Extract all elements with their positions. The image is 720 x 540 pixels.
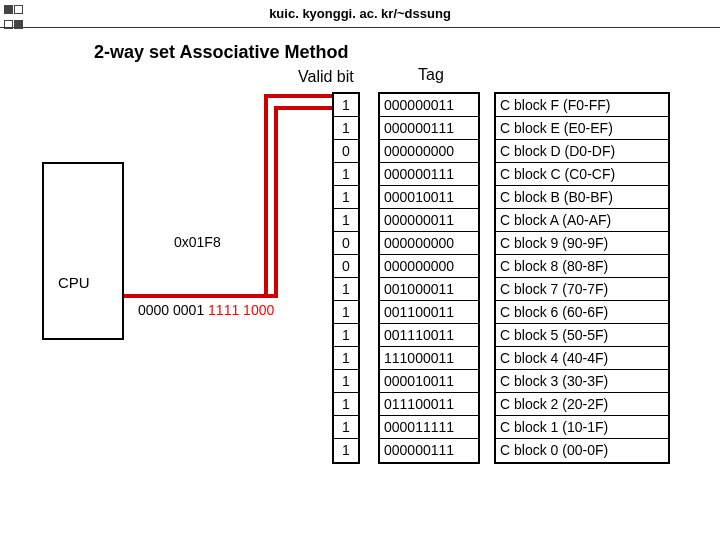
wire-segment: [124, 294, 278, 298]
valid-cell: 1: [334, 416, 358, 439]
wire-segment: [274, 106, 332, 110]
tag-column: 0000000110000001110000000000000001110000…: [378, 92, 480, 464]
block-cell: C block 4 (40-4F): [496, 347, 668, 370]
hex-address: 0x01F8: [174, 234, 221, 250]
tag-cell: 000000111: [380, 117, 478, 140]
tag-cell: 001000011: [380, 278, 478, 301]
tag-cell: 000010011: [380, 370, 478, 393]
block-cell: C block 9 (90-9F): [496, 232, 668, 255]
valid-cell: 0: [334, 255, 358, 278]
valid-cell: 1: [334, 209, 358, 232]
tag-cell: 001100011: [380, 301, 478, 324]
block-cell: C block 3 (30-3F): [496, 370, 668, 393]
bullet-decor: [4, 2, 24, 32]
slide-title: 2-way set Associative Method: [94, 42, 348, 63]
valid-cell: 1: [334, 393, 358, 416]
header-text: kuic. kyonggi. ac. kr/~dssung: [269, 6, 451, 21]
tag-cell: 000000111: [380, 439, 478, 462]
block-cell: C block 1 (10-1F): [496, 416, 668, 439]
tag-cell: 000010011: [380, 186, 478, 209]
validbit-label: Valid bit: [298, 68, 354, 86]
block-cell: C block C (C0-CF): [496, 163, 668, 186]
valid-cell: 1: [334, 439, 358, 462]
tag-cell: 000011111: [380, 416, 478, 439]
page-header: kuic. kyonggi. ac. kr/~dssung: [0, 0, 720, 28]
valid-cell: 1: [334, 278, 358, 301]
block-column: C block F (F0-FF)C block E (E0-EF)C bloc…: [494, 92, 670, 464]
valid-cell: 0: [334, 232, 358, 255]
block-cell: C block E (E0-EF): [496, 117, 668, 140]
valid-cell: 1: [334, 324, 358, 347]
tag-cell: 000000000: [380, 140, 478, 163]
block-cell: C block B (B0-BF): [496, 186, 668, 209]
bin-red: 1111 1000: [208, 302, 274, 318]
block-cell: C block 7 (70-7F): [496, 278, 668, 301]
block-cell: C block D (D0-DF): [496, 140, 668, 163]
block-cell: C block 2 (20-2F): [496, 393, 668, 416]
tag-cell: 011100011: [380, 393, 478, 416]
binary-address: 0000 0001 1111 1000: [138, 302, 274, 318]
tag-cell: 000000000: [380, 232, 478, 255]
valid-cell: 1: [334, 117, 358, 140]
valid-cell: 1: [334, 347, 358, 370]
valid-cell: 1: [334, 186, 358, 209]
cpu-box: [42, 162, 124, 340]
block-cell: C block 8 (80-8F): [496, 255, 668, 278]
valid-cell: 1: [334, 370, 358, 393]
block-cell: C block 0 (00-0F): [496, 439, 668, 462]
block-cell: C block F (F0-FF): [496, 94, 668, 117]
tag-cell: 000000111: [380, 163, 478, 186]
block-cell: C block 6 (60-6F): [496, 301, 668, 324]
tag-cell: 000000011: [380, 209, 478, 232]
tag-label: Tag: [418, 66, 444, 84]
block-cell: C block A (A0-AF): [496, 209, 668, 232]
valid-bit-column: 1101110011111111: [332, 92, 360, 464]
wire-segment: [264, 94, 268, 298]
cpu-label: CPU: [58, 274, 90, 291]
tag-cell: 111000011: [380, 347, 478, 370]
block-cell: C block 5 (50-5F): [496, 324, 668, 347]
wire-segment: [274, 106, 278, 298]
tag-cell: 000000000: [380, 255, 478, 278]
tag-cell: 001110011: [380, 324, 478, 347]
valid-cell: 1: [334, 301, 358, 324]
valid-cell: 1: [334, 94, 358, 117]
valid-cell: 1: [334, 163, 358, 186]
tag-cell: 000000011: [380, 94, 478, 117]
valid-cell: 0: [334, 140, 358, 163]
wire-segment: [264, 94, 332, 98]
bin-prefix: 0000 0001: [138, 302, 208, 318]
